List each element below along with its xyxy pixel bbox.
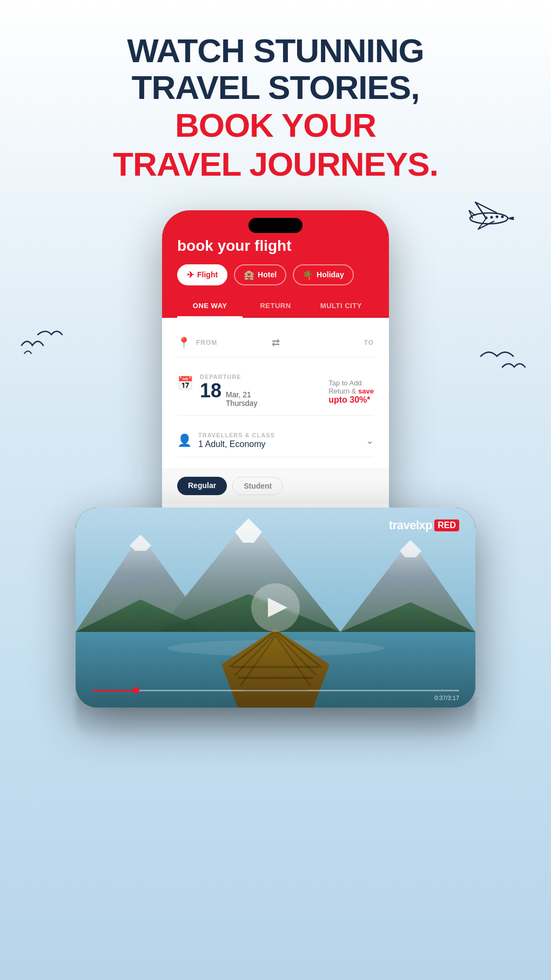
phone-notch (248, 218, 303, 233)
category-tabs: ✈ Flight 🏨 Hotel 🌴 Holiday (177, 264, 374, 285)
travellers-info: TRAVELLERS & CLASS 1 Adult, Economy (198, 432, 275, 449)
video-time: 0:37/3:17 (434, 695, 459, 701)
app-body: 📍 FROM ⇄ TO 📅 DEPARTURE (162, 318, 389, 468)
progress-dot (133, 687, 139, 694)
trip-type-row: ONE WAY RETURN MULTI CITY (177, 295, 374, 318)
hero-line1: WATCH STUNNING (43, 32, 508, 69)
calendar-icon: 📅 (177, 376, 193, 391)
travellers-value: 1 Adult, Economy (198, 439, 275, 449)
holiday-icon: 🌴 (303, 270, 313, 280)
travellers-label: TRAVELLERS & CLASS (198, 432, 275, 438)
phone-horizontal: travelxp RED 0:37/3:17 (76, 508, 475, 708)
tab-hotel-label: Hotel (258, 270, 277, 279)
trip-multi-city[interactable]: MULTI CITY (308, 295, 374, 318)
play-triangle-icon (268, 598, 287, 617)
chevron-down-icon[interactable]: ⌄ (366, 435, 374, 446)
hero-line2: TRAVEL STORIES, (43, 69, 508, 106)
promo-percent: upto 30%* (328, 395, 374, 405)
tab-holiday[interactable]: 🌴 Holiday (293, 264, 354, 285)
travellers-left: 👤 TRAVELLERS & CLASS 1 Adult, Economy (177, 432, 275, 449)
tab-flight[interactable]: ✈ Flight (177, 264, 227, 285)
hotel-icon: 🏨 (244, 270, 254, 280)
tab-regular[interactable]: Regular (177, 477, 227, 495)
hero-line4: TRAVEL JOURNEYS. (43, 145, 508, 183)
return-save-label: Return & save (328, 387, 374, 395)
hero-section: WATCH STUNNING TRAVEL STORIES, BOOK YOUR… (0, 0, 551, 199)
save-label: save (358, 387, 374, 395)
to-section: TO (280, 339, 374, 346)
departure-weekday: Thursday (226, 399, 257, 408)
play-button[interactable] (251, 583, 300, 632)
progress-bar (92, 690, 459, 691)
tab-student[interactable]: Student (232, 477, 283, 495)
departure-day: 18 (200, 381, 221, 401)
hero-line3: BOOK YOUR (43, 106, 508, 144)
flight-icon: ✈ (187, 270, 194, 280)
progress-fill (92, 690, 136, 691)
departure-date-wrap: Mar, 21 Thursday (226, 390, 257, 408)
bottom-tabs: Regular Student (162, 468, 389, 504)
app-title: book your flight (177, 237, 374, 255)
tab-hotel[interactable]: 🏨 Hotel (234, 264, 286, 285)
from-section: 📍 FROM (177, 336, 272, 349)
swap-icon[interactable]: ⇄ (272, 337, 280, 349)
video-player: travelxp RED 0:37/3:17 (76, 508, 475, 708)
person-icon: 👤 (177, 434, 192, 448)
to-label: TO (364, 339, 374, 346)
trip-return[interactable]: RETURN (243, 295, 308, 318)
logo-red-badge: RED (434, 519, 459, 531)
location-icon: 📍 (177, 336, 191, 349)
travelxp-logo: travelxp RED (389, 518, 459, 532)
video-progress[interactable]: 0:37/3:17 (92, 690, 459, 691)
tab-flight-label: Flight (197, 270, 218, 279)
departure-month-year: Mar, 21 (226, 390, 257, 399)
departure-info: DEPARTURE 18 Mar, 21 Thursday (200, 374, 257, 408)
departure-left: 📅 DEPARTURE 18 Mar, 21 Thursday (177, 374, 257, 408)
departure-row: 📅 DEPARTURE 18 Mar, 21 Thursday (177, 366, 374, 416)
decor-container: book your flight ✈ Flight 🏨 Hotel 🌴 (0, 210, 551, 686)
phones-wrapper: book your flight ✈ Flight 🏨 Hotel 🌴 (0, 210, 551, 686)
from-label: FROM (196, 339, 217, 346)
trip-one-way[interactable]: ONE WAY (177, 295, 243, 318)
from-to-row: 📍 FROM ⇄ TO (177, 329, 374, 357)
tap-add-label: Tap to Add (328, 379, 374, 387)
logo-travelxp-text: travelxp (389, 518, 432, 532)
return-promo[interactable]: Tap to Add Return & save upto 30%* (328, 374, 374, 405)
tab-holiday-label: Holiday (317, 270, 344, 279)
travellers-row: 👤 TRAVELLERS & CLASS 1 Adult, Economy ⌄ (177, 424, 374, 457)
